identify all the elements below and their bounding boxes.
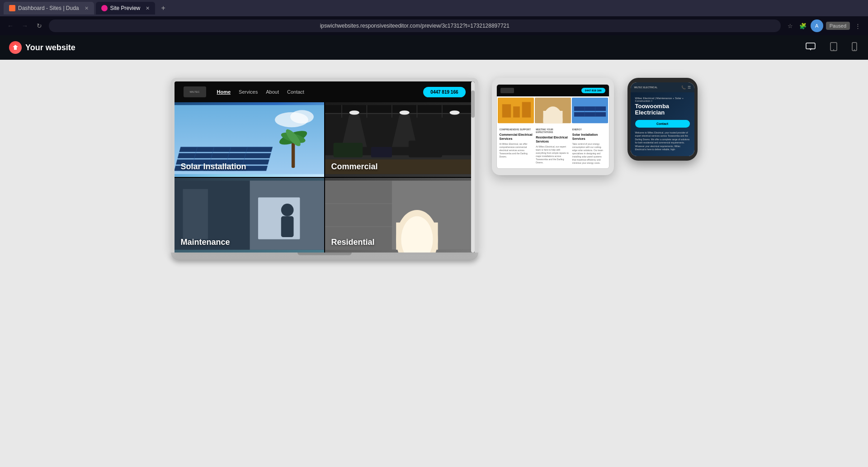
site-nav-links: Home Services About Contact (217, 89, 304, 95)
solar-tile[interactable]: Solar Installation (175, 102, 324, 177)
svg-point-9 (290, 110, 314, 124)
tablet-col3-title: Solar Installation Services (572, 133, 606, 141)
tablet-service-solar[interactable] (572, 97, 608, 124)
tablet-logo (500, 88, 514, 93)
phone-main-title: Toowoomba Electrician (635, 103, 690, 116)
phone-menu-icon[interactable]: ☰ (688, 86, 691, 90)
tablet-col2-text: At Wiltec Electrical, our expert team is… (536, 145, 570, 164)
tablet-col3-category: Energy (572, 128, 606, 131)
maintenance-tile[interactable]: Maintenance (175, 178, 324, 253)
svg-rect-0 (806, 43, 815, 49)
preview-favicon (101, 5, 108, 11)
scrollbar-thumb[interactable] (471, 91, 475, 118)
bookmark-icon[interactable]: ☆ (785, 21, 795, 31)
phone-cta-button[interactable]: Contact (635, 120, 690, 128)
browser-chrome: Dashboard - Sites | Duda ✕ Site Preview … (0, 0, 868, 60)
tablet-screen: 0447 819 166 Compr (496, 84, 609, 169)
svg-rect-57 (513, 106, 520, 117)
refresh-button[interactable]: ↻ (34, 21, 44, 31)
commercial-tile[interactable]: Commercial (325, 102, 475, 177)
tab-preview-label: Site Preview (110, 5, 141, 11)
svg-point-43 (281, 204, 293, 216)
new-tab-button[interactable]: + (157, 2, 170, 14)
tab-dashboard-close[interactable]: ✕ (85, 5, 89, 11)
tablet-device-button[interactable] (828, 40, 839, 55)
svg-rect-14 (179, 147, 272, 152)
tablet-content-section: Comprehensive support Commercial Electri… (497, 124, 609, 168)
site-nav: WILTEC Home Services About Contact 0447 … (175, 81, 475, 102)
tablet-nav: 0447 819 166 (497, 85, 609, 96)
phone-hero: Wiltec Electrical | Maintenance + Solar … (631, 92, 694, 156)
tablet-services-grid (497, 96, 609, 124)
mobile-device-button[interactable] (850, 40, 859, 55)
maintenance-tile-label: Maintenance (181, 238, 230, 247)
phone-description: Welcome to Wiltec Electrical, your trust… (635, 131, 690, 152)
tablet-col-3: Energy Solar Installation Services Take … (572, 128, 606, 165)
svg-point-6 (854, 49, 855, 50)
svg-rect-56 (502, 104, 511, 117)
nav-link-about[interactable]: About (266, 89, 279, 95)
svg-rect-63 (574, 106, 605, 111)
tablet-col2-category: Meeting your expectations (536, 128, 570, 133)
duda-favicon (9, 5, 15, 11)
preview-bar: Your website (0, 35, 868, 60)
phone-brand-title: Wiltec Electrical | Maintenance + Solar … (635, 97, 690, 102)
scrollbar-track[interactable] (471, 81, 475, 253)
svg-rect-64 (574, 112, 605, 117)
residential-tile[interactable]: Residential (325, 178, 475, 253)
tablet-col-1: Comprehensive support Commercial Electri… (500, 128, 533, 165)
phone-call-icon[interactable]: 📞 (681, 86, 686, 90)
svg-rect-61 (543, 111, 562, 123)
tab-preview[interactable]: Site Preview ✕ (96, 2, 156, 14)
laptop-hinge (297, 253, 352, 255)
phone-screen: WILTEC ELECTRICAL 📞 ☰ Wiltec Electrical … (631, 82, 694, 156)
profile-button[interactable]: A (811, 19, 823, 32)
browser-actions: ☆ 🧩 A Paused ⋮ (785, 19, 863, 32)
address-input[interactable] (49, 19, 781, 32)
svg-rect-15 (177, 153, 270, 158)
svg-rect-37 (371, 147, 392, 157)
tablet-service-industrial[interactable] (498, 97, 534, 124)
phone-logo-text: WILTEC ELECTRICAL (634, 86, 658, 89)
tablet-outer: 0447 819 166 Compr (492, 78, 614, 175)
menu-icon[interactable]: ⋮ (853, 21, 863, 31)
tablet-mockup: 0447 819 166 Compr (492, 78, 614, 175)
tablet-col1-text: At Wiltec Electrical, we offer comprehen… (500, 143, 533, 158)
tablet-col2-title: Residential Electrical Services (536, 135, 570, 143)
svg-rect-46 (183, 189, 208, 239)
nav-link-contact[interactable]: Contact (287, 89, 304, 95)
preview-logo: Your website (9, 41, 75, 54)
paused-badge[interactable]: Paused (826, 22, 850, 30)
residential-tile-label: Residential (331, 238, 375, 247)
nav-link-services[interactable]: Services (239, 89, 258, 95)
desktop-device-button[interactable] (804, 41, 817, 55)
device-buttons (804, 40, 859, 55)
profile-initials: A (815, 23, 818, 29)
tab-bar: Dashboard - Sites | Duda ✕ Site Preview … (0, 0, 868, 16)
nav-link-home[interactable]: Home (217, 89, 231, 95)
svg-rect-36 (333, 143, 363, 157)
phone-mockup: WILTEC ELECTRICAL 📞 ☰ Wiltec Electrical … (627, 78, 698, 161)
laptop-mockup: WILTEC Home Services About Contact 0447 … (171, 78, 478, 261)
svg-point-32 (449, 110, 459, 114)
laptop-screen: WILTEC Home Services About Contact 0447 … (171, 78, 478, 253)
svg-point-4 (833, 49, 834, 50)
svg-rect-44 (281, 216, 293, 237)
main-content: WILTEC Home Services About Contact 0447 … (0, 60, 868, 467)
forward-button[interactable]: → (20, 21, 30, 31)
svg-rect-58 (522, 102, 531, 117)
site-nav-cta[interactable]: 0447 819 166 (423, 87, 465, 97)
tablet-cta[interactable]: 0447 819 166 (581, 88, 605, 93)
commercial-tile-label: Commercial (331, 162, 378, 172)
solar-tile-label: Solar Installation (181, 162, 246, 172)
preview-logo-text: Your website (25, 43, 75, 52)
tablet-col3-text: Take control of your energy consumption … (572, 143, 606, 165)
back-button[interactable]: ← (5, 21, 15, 31)
tab-preview-close[interactable]: ✕ (146, 5, 150, 11)
tablet-service-residential[interactable] (535, 97, 571, 124)
svg-point-30 (349, 110, 359, 114)
extensions-icon[interactable]: 🧩 (798, 21, 808, 31)
tablet-col1-category: Comprehensive support (500, 128, 533, 131)
tab-dashboard[interactable]: Dashboard - Sites | Duda ✕ (4, 2, 94, 14)
tablet-col1-title: Commercial Electrical Services (500, 133, 533, 141)
